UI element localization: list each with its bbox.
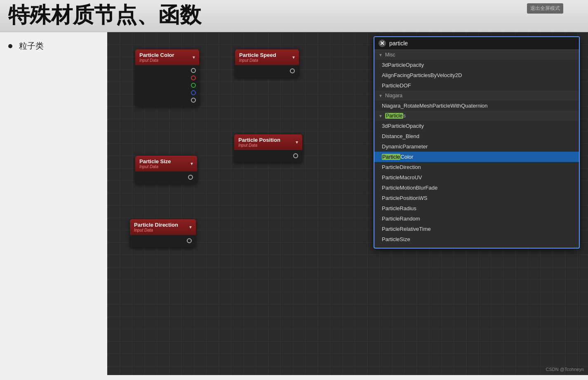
particle-position-node[interactable]: Particle Position Input Data ▾ — [234, 134, 302, 162]
particle-speed-pin — [238, 68, 296, 74]
page-title: 特殊材质节点、函数 — [8, 3, 580, 27]
section-niagara: ▼ Niagara — [374, 91, 579, 101]
pin-green — [191, 83, 196, 88]
search-item-particledof[interactable]: ParticleDOF — [374, 80, 579, 91]
particle-size-subtitle: Input Data — [139, 164, 171, 169]
search-item-particlepositionws[interactable]: ParticlePositionWS — [374, 193, 579, 203]
particle-speed-chevron[interactable]: ▾ — [292, 54, 295, 60]
search-item-dynamicparameter[interactable]: DynamicParameter — [374, 141, 579, 152]
pin-row-red — [137, 74, 198, 82]
content-area: 粒子类 Particle Color Input Data ▾ — [0, 32, 588, 375]
particle-color-chevron[interactable]: ▾ — [193, 54, 195, 60]
search-item-particlemacrouv[interactable]: ParticleMacroUV — [374, 172, 579, 183]
pin-bottom-white — [191, 98, 196, 103]
particle-size-node[interactable]: Particle Size Input Data ▾ — [135, 156, 197, 184]
particle-direction-title: Particle Direction — [134, 222, 178, 228]
pin-direction-out — [187, 238, 192, 243]
page-header: 特殊材质节点、函数 退出全屏模式 — [0, 0, 588, 32]
search-input-row: ✕ particle — [374, 37, 579, 50]
pin-red — [191, 75, 196, 80]
pin-speed-out — [290, 68, 295, 73]
search-item-particlesizebypixelunits[interactable]: ParticleSizeByPixelUnits — [374, 244, 579, 248]
particle-position-subtitle: Input Data — [238, 143, 280, 148]
particle-speed-node[interactable]: Particle Speed Input Data ▾ — [235, 49, 299, 77]
pin-size-out — [188, 175, 193, 180]
section-particles-label: Particles — [385, 113, 406, 119]
pin-row-blue — [137, 89, 198, 96]
fullscreen-hint[interactable]: 退出全屏模式 — [527, 3, 563, 14]
particle-direction-node[interactable]: Particle Direction Input Data ▾ — [130, 219, 196, 247]
bullet-label: 粒子类 — [19, 40, 44, 52]
particle-size-body — [135, 171, 197, 184]
pin-position-out — [293, 153, 298, 158]
pin-white — [191, 68, 196, 73]
section-misc-arrow: ▼ — [379, 53, 383, 57]
canvas-area[interactable]: Particle Color Input Data ▾ — [107, 32, 588, 375]
bullet-item-particles: 粒子类 — [8, 40, 99, 52]
particle-size-header: Particle Size Input Data ▾ — [135, 156, 197, 171]
particle-direction-pin — [133, 237, 193, 244]
search-item-3dparticleopacity-misc[interactable]: 3dParticleOpacity — [374, 60, 579, 70]
particle-position-header: Particle Position Input Data ▾ — [234, 134, 302, 150]
particle-speed-header: Particle Speed Input Data ▾ — [235, 49, 299, 65]
particle-position-pin — [238, 152, 299, 159]
section-particles: ▼ Particles — [374, 111, 579, 121]
particle-speed-subtitle: Input Data — [239, 58, 276, 63]
search-item-particlecolor[interactable]: ParticleColor — [374, 152, 579, 162]
search-item-particlesize[interactable]: ParticleSize — [374, 234, 579, 244]
search-panel[interactable]: ✕ particle ▼ Misc 3dParticleOpacity Alig… — [374, 36, 580, 249]
bullet-dot — [8, 44, 12, 48]
search-item-distance-blend[interactable]: Distance_Blend — [374, 131, 579, 141]
search-item-alignfacing[interactable]: AlignFacingParticlesByVelocity2D — [374, 70, 579, 80]
particle-position-body — [234, 150, 302, 162]
particle-color-header: Particle Color Input Data ▾ — [135, 49, 199, 65]
search-item-particlerandom[interactable]: ParticleRandom — [374, 213, 579, 224]
search-item-niagara-rotate[interactable]: Niagara_RotateMeshParticleWithQuaternion — [374, 101, 579, 111]
section-niagara-arrow: ▼ — [379, 94, 383, 98]
particle-direction-chevron[interactable]: ▾ — [189, 224, 192, 230]
search-item-3dparticleopacity[interactable]: 3dParticleOpacity — [374, 121, 579, 131]
particle-size-chevron[interactable]: ▾ — [191, 161, 193, 167]
pin-blue — [191, 90, 196, 95]
particle-color-outputs — [135, 65, 199, 106]
particle-color-node[interactable]: Particle Color Input Data ▾ — [135, 49, 199, 106]
particle-direction-subtitle: Input Data — [134, 228, 178, 232]
search-item-particledirection[interactable]: ParticleDirection — [374, 162, 579, 172]
pin-row-bottom-white — [137, 96, 198, 104]
particle-position-chevron[interactable]: ▾ — [296, 139, 298, 145]
particle-position-title: Particle Position — [238, 137, 280, 143]
search-item-particleradius[interactable]: ParticleRadius — [374, 203, 579, 213]
search-item-particlemotionblurfade[interactable]: ParticleMotionBlurFade — [374, 183, 579, 193]
section-niagara-label: Niagara — [385, 93, 402, 99]
particle-direction-body — [130, 235, 196, 247]
particle-color-subtitle: Input Data — [139, 58, 174, 63]
particle-size-title: Particle Size — [139, 158, 171, 164]
search-item-particlerelativetime[interactable]: ParticleRelativeTime — [374, 224, 579, 234]
particle-direction-header: Particle Direction Input Data ▾ — [130, 219, 196, 235]
section-particles-arrow: ▼ — [379, 114, 383, 118]
search-input[interactable]: particle — [389, 40, 575, 47]
search-results-list: ▼ Misc 3dParticleOpacity AlignFacingPart… — [374, 50, 579, 248]
pin-row-white — [137, 67, 198, 74]
highlight-particle: Particle — [382, 154, 400, 160]
section-misc-label: Misc — [385, 52, 395, 58]
section-misc: ▼ Misc — [374, 50, 579, 60]
particle-color-title: Particle Color — [139, 52, 174, 58]
section-particles-highlight: Particle — [385, 113, 403, 119]
sidebar: 粒子类 — [0, 32, 107, 375]
pin-row-green — [137, 82, 198, 89]
watermark: CSDN @Tcohneyn — [546, 367, 584, 372]
particle-speed-title: Particle Speed — [239, 52, 276, 58]
search-clear-button[interactable]: ✕ — [379, 40, 386, 47]
particle-size-pin — [139, 174, 194, 181]
particle-speed-body — [235, 65, 299, 77]
